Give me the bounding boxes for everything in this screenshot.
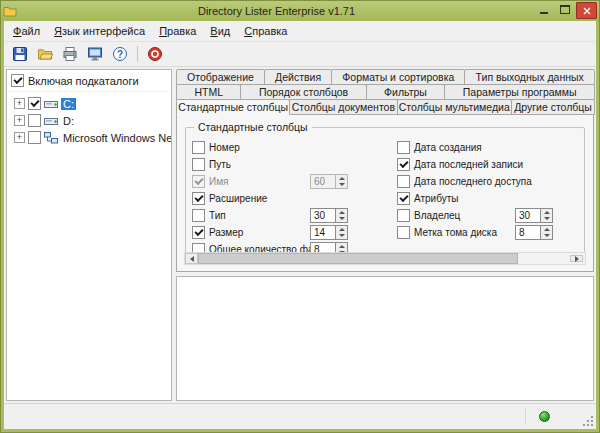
option-checkbox[interactable] <box>192 226 205 239</box>
option-row: Путь <box>192 156 397 173</box>
window-title: Directory Lister Enterprise v1.71 <box>19 5 534 17</box>
titlebar[interactable]: Directory Lister Enterprise v1.71 <box>0 0 600 21</box>
option-label: Номер <box>209 142 240 153</box>
statusbar <box>4 403 596 429</box>
spinner-down-button[interactable] <box>541 233 552 240</box>
maximize-button[interactable] <box>555 2 574 17</box>
option-checkbox[interactable] <box>397 226 410 239</box>
option-row: Владелец30 <box>397 207 578 224</box>
help-icon: ? <box>112 46 128 62</box>
spinner-value[interactable]: 30 <box>310 208 336 223</box>
tree-item-label[interactable]: D: <box>61 115 76 127</box>
option-row: Расширение <box>192 190 397 207</box>
option-checkbox[interactable] <box>397 209 410 222</box>
help-button[interactable]: ? <box>108 43 132 65</box>
tree-item-checkbox[interactable] <box>28 97 41 110</box>
printer-icon <box>62 46 78 62</box>
option-checkbox[interactable] <box>397 175 410 188</box>
tree-item-label[interactable]: Microsoft Windows Network <box>61 132 172 144</box>
horizontal-scrollbar <box>184 252 586 265</box>
columns-right: Дата созданияДата последней записиДата п… <box>397 139 578 258</box>
menu-item-1[interactable]: Язык интерфейса <box>47 22 152 40</box>
tab-row-1: HTMLПорядок столбцовФильтрыПараметры про… <box>176 84 594 100</box>
option-checkbox[interactable] <box>192 209 205 222</box>
tab-strip: ОтображениеДействияФорматы и сортировкаТ… <box>176 69 594 115</box>
tab-0-2[interactable]: Форматы и сортировка <box>331 69 465 85</box>
option-checkbox[interactable] <box>192 141 205 154</box>
width-spinner: 30 <box>515 208 553 223</box>
svg-text:?: ? <box>117 49 123 60</box>
option-label: Дата создания <box>414 142 482 153</box>
scroll-right-button[interactable] <box>570 255 583 262</box>
menubar: ФайлЯзык интерфейсаПравкаВидСправка <box>4 21 596 42</box>
option-label: Метка тома диска <box>414 227 497 238</box>
scroll-track[interactable] <box>198 253 570 264</box>
spinner-value[interactable]: 14 <box>310 225 336 240</box>
spinner-down-button <box>336 182 347 189</box>
directory-tree-panel: Включая подкаталоги C:D:Microsoft Window… <box>6 69 172 401</box>
option-checkbox[interactable] <box>397 141 410 154</box>
tab-2-0[interactable]: Стандартные столбцы <box>176 99 290 115</box>
tree-item-1: D: <box>9 112 169 129</box>
spinner-value[interactable]: 30 <box>515 208 541 223</box>
include-subdirs-checkbox[interactable] <box>11 74 24 87</box>
preview-button[interactable] <box>83 43 107 65</box>
tree-item-checkbox[interactable] <box>28 131 41 144</box>
tab-row-2: Стандартные столбцыСтолбцы документовСто… <box>176 99 594 115</box>
spinner-down-button[interactable] <box>541 216 552 223</box>
tab-1-2[interactable]: Фильтры <box>366 84 446 100</box>
tab-2-2[interactable]: Столбцы мультимедиа <box>397 99 513 115</box>
option-label: Дата последней записи <box>414 159 523 170</box>
standard-columns-page: Стандартные столбцы НомерПутьИмя60Расшир… <box>176 114 594 272</box>
option-row: Тип30 <box>192 207 397 224</box>
spinner-value[interactable]: 8 <box>515 225 541 240</box>
tree-item-checkbox[interactable] <box>28 114 41 127</box>
spinner-down-button[interactable] <box>336 216 347 223</box>
width-spinner: 60 <box>310 174 348 189</box>
close-button[interactable] <box>576 2 597 19</box>
tab-2-1[interactable]: Столбцы документов <box>289 99 397 115</box>
option-label: Атрибуты <box>414 193 458 204</box>
menu-item-2[interactable]: Правка <box>152 22 203 40</box>
open-button[interactable] <box>33 43 57 65</box>
width-spinner: 8 <box>515 225 553 240</box>
minimize-button[interactable] <box>534 2 553 17</box>
save-button[interactable] <box>8 43 32 65</box>
option-label: Дата последнего доступа <box>414 176 532 187</box>
tab-1-1[interactable]: Порядок столбцов <box>240 84 366 100</box>
option-checkbox[interactable] <box>397 192 410 205</box>
expand-icon[interactable] <box>14 98 25 109</box>
menu-item-4[interactable]: Справка <box>237 22 294 40</box>
scroll-left-button[interactable] <box>185 253 198 264</box>
tab-2-3[interactable]: Другие столбцы <box>511 99 595 115</box>
toolbar-separator <box>137 46 138 62</box>
resize-grip[interactable] <box>581 414 593 426</box>
print-button[interactable] <box>58 43 82 65</box>
tab-0-0[interactable]: Отображение <box>176 69 265 85</box>
option-checkbox[interactable] <box>192 192 205 205</box>
option-row: Метка тома диска8 <box>397 224 578 241</box>
menu-item-3[interactable]: Вид <box>203 22 237 40</box>
tab-1-3[interactable]: Параметры программы <box>444 84 595 100</box>
tab-1-0[interactable]: HTML <box>176 84 241 100</box>
option-checkbox[interactable] <box>192 158 205 171</box>
tab-0-3[interactable]: Тип выходных данных <box>464 69 595 85</box>
spinner-buttons <box>541 208 553 223</box>
option-checkbox[interactable] <box>397 158 410 171</box>
status-separator <box>525 408 526 425</box>
option-row: Атрибуты <box>397 190 578 207</box>
option-label: Путь <box>209 159 231 170</box>
exit-button[interactable] <box>143 43 167 65</box>
tab-row-0: ОтображениеДействияФорматы и сортировкаТ… <box>176 69 594 85</box>
drive-icon <box>44 115 58 127</box>
floppy-icon <box>12 46 28 62</box>
option-label: Расширение <box>209 193 267 204</box>
expand-icon[interactable] <box>14 132 25 143</box>
spinner-down-button[interactable] <box>336 233 347 240</box>
app-window: Directory Lister Enterprise v1.71 ФайлЯз… <box>0 0 600 433</box>
tree-item-label[interactable]: C: <box>61 98 76 110</box>
expand-icon[interactable] <box>14 115 25 126</box>
scroll-thumb[interactable] <box>198 253 518 264</box>
menu-item-0[interactable]: Файл <box>6 22 47 40</box>
tab-0-1[interactable]: Действия <box>264 69 332 85</box>
